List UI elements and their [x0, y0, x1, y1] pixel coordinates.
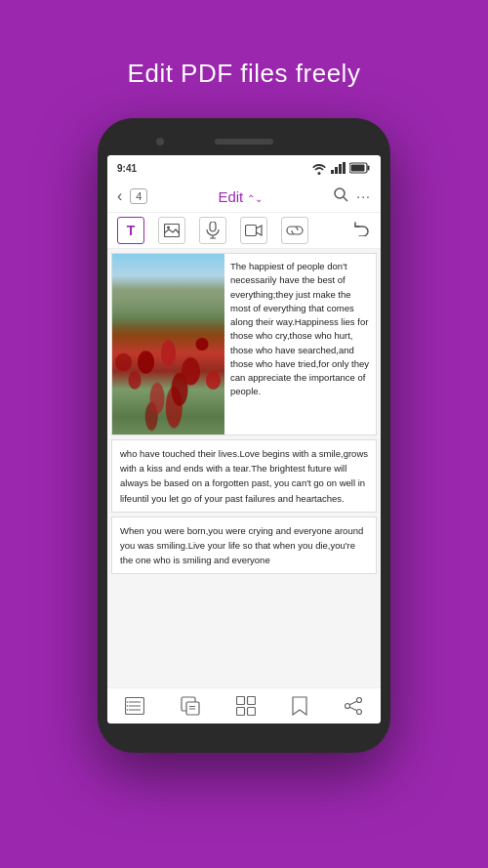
status-bar: 9:41 — [107, 155, 381, 181]
image-tool-button[interactable] — [158, 217, 185, 244]
text-tool-button[interactable]: T — [117, 217, 144, 244]
title-arrow-icon: ⌃⌄ — [247, 193, 263, 204]
phone-speaker — [215, 139, 273, 145]
mic-icon — [206, 222, 220, 239]
phone-camera — [156, 138, 164, 145]
svg-line-34 — [349, 707, 356, 711]
svg-point-21 — [127, 709, 129, 711]
search-icon — [333, 186, 348, 202]
svg-point-10 — [167, 227, 170, 229]
image-icon — [164, 224, 180, 237]
list-icon — [125, 697, 144, 715]
grid-icon — [236, 696, 256, 716]
status-icons — [310, 159, 371, 177]
svg-rect-14 — [246, 226, 257, 236]
svg-rect-1 — [335, 167, 338, 174]
editing-toolbar: T — [107, 213, 381, 249]
pdf-image — [112, 254, 224, 434]
phone-shell: 9:41 — [98, 118, 390, 753]
grid-view-button[interactable] — [236, 696, 256, 716]
signal-icon — [331, 162, 346, 174]
svg-line-33 — [349, 701, 356, 705]
svg-point-30 — [356, 698, 361, 703]
share-button[interactable] — [344, 696, 363, 716]
svg-rect-0 — [331, 170, 334, 174]
svg-rect-6 — [351, 165, 365, 172]
phone-screen: 9:41 — [107, 155, 381, 723]
svg-line-8 — [344, 197, 347, 201]
battery-icon — [349, 162, 371, 174]
mic-tool-button[interactable] — [199, 217, 226, 244]
link-icon — [286, 226, 304, 235]
undo-icon — [353, 221, 371, 236]
svg-point-32 — [356, 710, 361, 715]
svg-rect-26 — [236, 697, 244, 705]
search-button[interactable] — [333, 186, 348, 206]
svg-point-19 — [127, 701, 129, 703]
edit-button[interactable] — [181, 696, 200, 716]
phone-bottom — [107, 723, 381, 743]
app-bar: ‹ 4 Edit ⌃⌄ ··· — [107, 181, 381, 213]
wifi-icon — [310, 159, 328, 177]
app-bar-title: Edit ⌃⌄ — [155, 188, 325, 205]
bookmark-button[interactable] — [292, 696, 307, 716]
bottom-navigation — [107, 687, 381, 723]
video-icon — [245, 224, 263, 237]
status-time: 9:41 — [117, 163, 137, 174]
pdf-block-1: The happiest of people don't necessarily… — [111, 253, 377, 435]
svg-rect-27 — [247, 697, 255, 705]
edit-icon — [181, 696, 200, 716]
svg-rect-29 — [247, 708, 255, 716]
back-button[interactable]: ‹ — [117, 187, 122, 205]
svg-rect-5 — [368, 166, 370, 171]
phone-top — [107, 128, 381, 155]
undo-button[interactable] — [353, 221, 371, 240]
video-tool-button[interactable] — [240, 217, 267, 244]
pdf-text-1[interactable]: The happiest of people don't necessarily… — [224, 254, 376, 434]
page-number-badge: 4 — [130, 188, 147, 204]
svg-rect-28 — [236, 708, 244, 716]
pdf-block-3[interactable]: When you were born,you were crying and e… — [111, 517, 377, 575]
bookmark-icon — [292, 696, 307, 716]
svg-point-7 — [335, 188, 345, 198]
svg-rect-11 — [210, 222, 216, 231]
list-view-button[interactable] — [125, 697, 144, 715]
svg-rect-2 — [339, 164, 342, 174]
pdf-block-2[interactable]: who have touched their lives.Love begins… — [111, 439, 377, 513]
svg-point-20 — [127, 705, 129, 707]
link-tool-button[interactable] — [281, 217, 308, 244]
pdf-content-area: The happiest of people don't necessarily… — [107, 249, 381, 687]
more-options-button[interactable]: ··· — [356, 188, 371, 204]
page-title: Edit PDF files freely — [128, 59, 361, 89]
share-icon — [344, 696, 363, 716]
svg-rect-3 — [343, 162, 346, 174]
svg-point-31 — [345, 704, 349, 709]
text-icon: T — [127, 223, 136, 238]
